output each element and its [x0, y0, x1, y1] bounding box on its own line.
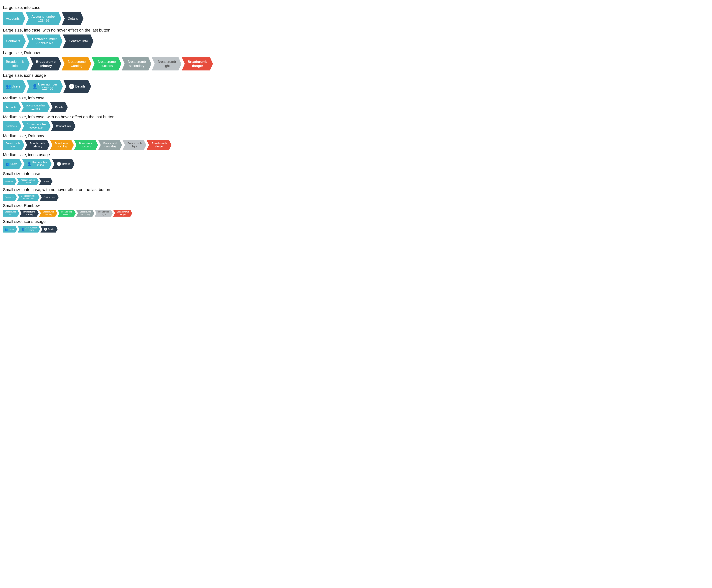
breadcrumb-item-medium-info-nohover-1[interactable]: Contract number99999-2024	[22, 121, 50, 131]
breadcrumb-row-small-icons: 👥Users👤User number123456iDetails	[3, 226, 709, 233]
breadcrumb-item-small-info-nohover-0[interactable]: Contracts	[3, 194, 17, 201]
breadcrumb-item-small-rainbow-3[interactable]: Breadcrumbsuccess	[58, 210, 76, 216]
breadcrumb-item-large-rainbow-1[interactable]: Breadcrumbprimary	[30, 57, 61, 70]
breadcrumb-text-medium-rainbow-3: Breadcrumbsuccess	[79, 142, 93, 148]
breadcrumb-text-medium-info-1: Account number123456	[26, 104, 45, 110]
breadcrumb-text-small-info-nohover-1: Contract number99999-2024	[21, 195, 36, 200]
breadcrumb-item-large-rainbow-6[interactable]: Breadcrumbdanger	[182, 57, 213, 70]
section-label-large-info: Large size, info case	[3, 5, 709, 10]
section-label-small-rainbow: Small size, Rainbow	[3, 203, 709, 208]
info-circle-icon: i	[44, 228, 47, 231]
section-label-large-info-nohover: Large size, info case, with no hover eff…	[3, 28, 709, 33]
breadcrumb-item-medium-rainbow-3[interactable]: Breadcrumbsuccess	[74, 140, 98, 150]
breadcrumb-item-large-info-0[interactable]: Accounts	[3, 12, 25, 25]
breadcrumb-text-small-info-1: Account number123456	[21, 179, 36, 184]
breadcrumb-item-small-info-nohover-1[interactable]: Contract number99999-2024	[17, 194, 40, 201]
breadcrumb-item-large-rainbow-0[interactable]: Breadcrumbinfo	[3, 57, 30, 70]
breadcrumb-item-medium-rainbow-4[interactable]: Breadcrumbsecondary	[98, 140, 122, 150]
breadcrumb-row-medium-info-nohover: ContractsContract number99999-2024Contra…	[3, 121, 709, 131]
breadcrumb-item-large-rainbow-2[interactable]: Breadcrumbwarning	[62, 57, 91, 70]
breadcrumb-text-large-rainbow-2: Breadcrumbwarning	[67, 60, 86, 68]
breadcrumb-text-medium-rainbow-4: Breadcrumbsecondary	[103, 142, 118, 148]
breadcrumb-item-small-rainbow-2[interactable]: Breadcrumbwarning	[39, 210, 57, 216]
breadcrumb-text-large-rainbow-1: Breadcrumbprimary	[36, 60, 56, 68]
breadcrumb-item-small-icons-0[interactable]: 👥Users	[3, 226, 17, 233]
breadcrumb-item-small-info-nohover-2[interactable]: Contract Info	[40, 194, 59, 201]
breadcrumb-item-large-info-nohover-2[interactable]: Contract Info	[63, 35, 93, 48]
breadcrumb-item-small-info-1[interactable]: Account number123456	[17, 178, 39, 185]
breadcrumb-text-medium-icons-2: Details	[62, 163, 70, 165]
breadcrumb-row-large-info-nohover: ContractsContract number99999-2024Contra…	[3, 35, 709, 48]
breadcrumb-item-medium-rainbow-0[interactable]: Breadcrumbinfo	[3, 140, 24, 150]
breadcrumb-item-small-info-2[interactable]: Details	[39, 178, 53, 185]
section-label-large-rainbow: Large size, Rainbow	[3, 50, 709, 55]
breadcrumb-row-small-info: AccountsAccount number123456Details	[3, 178, 709, 185]
breadcrumb-item-medium-info-0[interactable]: Accounts	[3, 102, 21, 112]
users-icon: 👥	[5, 162, 9, 166]
info-circle-icon: i	[69, 84, 75, 89]
breadcrumb-text-small-info-nohover-0: Contracts	[5, 196, 14, 198]
breadcrumb-item-large-rainbow-5[interactable]: Breadcrumblight	[152, 57, 181, 70]
breadcrumb-item-medium-rainbow-6[interactable]: Breadcrumbdanger	[147, 140, 171, 150]
users-icon: 👥	[5, 228, 8, 231]
user-icon: 👤	[32, 84, 37, 89]
breadcrumb-text-large-info-0: Accounts	[6, 17, 20, 21]
breadcrumb-text-large-info-nohover-2: Contract Info	[69, 39, 88, 43]
breadcrumb-item-medium-icons-2[interactable]: iDetails	[52, 159, 75, 169]
breadcrumb-item-large-icons-2[interactable]: iDetails	[63, 80, 91, 93]
breadcrumb-text-small-rainbow-4: Breadcrumbsecondary	[80, 211, 91, 216]
breadcrumb-row-large-info: AccountsAccount number123456Details	[3, 12, 709, 25]
breadcrumb-item-large-info-nohover-1[interactable]: Contract number99999-2024	[26, 35, 62, 48]
breadcrumb-text-large-rainbow-0: Breadcrumbinfo	[6, 60, 24, 68]
breadcrumb-text-medium-info-nohover-0: Contracts	[5, 125, 17, 128]
breadcrumb-item-small-icons-1[interactable]: 👤User number123456	[18, 226, 40, 233]
breadcrumb-item-large-info-nohover-0[interactable]: Contracts	[3, 35, 26, 48]
user-icon: 👤	[21, 228, 24, 231]
breadcrumb-row-medium-icons: 👥Users👤User number123456iDetails	[3, 159, 709, 169]
breadcrumb-text-large-info-nohover-0: Contracts	[6, 39, 20, 43]
breadcrumb-item-medium-rainbow-2[interactable]: Breadcrumbwarning	[50, 140, 74, 150]
breadcrumb-row-medium-info: AccountsAccount number123456Details	[3, 102, 709, 112]
breadcrumb-row-small-rainbow: BreadcrumbinfoBreadcrumbprimaryBreadcrum…	[3, 210, 709, 216]
breadcrumb-item-small-rainbow-0[interactable]: Breadcrumbinfo	[3, 210, 19, 216]
breadcrumb-item-medium-info-1[interactable]: Account number123456	[21, 102, 50, 112]
breadcrumb-text-small-rainbow-3: Breadcrumbsuccess	[61, 211, 72, 216]
breadcrumb-item-medium-rainbow-1[interactable]: Breadcrumbprimary	[25, 140, 49, 150]
breadcrumb-text-medium-info-nohover-2: Contract Info	[56, 125, 71, 128]
breadcrumb-item-medium-rainbow-5[interactable]: Breadcrumblight	[123, 140, 146, 150]
breadcrumb-item-large-info-1[interactable]: Account number123456	[26, 12, 61, 25]
breadcrumb-text-large-info-nohover-1: Contract number99999-2024	[32, 37, 57, 45]
breadcrumb-item-small-rainbow-4[interactable]: Breadcrumbsecondary	[76, 210, 95, 216]
breadcrumb-text-medium-rainbow-6: Breadcrumbdanger	[152, 142, 167, 148]
breadcrumb-item-large-rainbow-4[interactable]: Breadcrumbsecondary	[122, 57, 151, 70]
breadcrumb-text-small-info-nohover-2: Contract Info	[44, 196, 55, 198]
breadcrumb-text-large-info-1: Account number123456	[32, 15, 56, 23]
breadcrumb-item-large-icons-0[interactable]: 👥Users	[3, 80, 26, 93]
breadcrumb-item-small-rainbow-6[interactable]: Breadcrumbdanger	[113, 210, 132, 216]
breadcrumb-text-small-rainbow-2: Breadcrumbwarning	[43, 211, 54, 216]
breadcrumb-item-small-rainbow-1[interactable]: Breadcrumbprimary	[20, 210, 39, 216]
section-label-medium-icons: Medium size, icons usage	[3, 152, 709, 157]
breadcrumb-item-small-rainbow-5[interactable]: Breadcrumblight	[95, 210, 113, 216]
section-label-small-icons: Small size, icons usage	[3, 219, 709, 224]
breadcrumb-text-medium-info-nohover-1: Contract number99999-2024	[27, 123, 46, 129]
breadcrumb-item-small-info-0[interactable]: Accounts	[3, 178, 17, 185]
breadcrumb-text-large-rainbow-3: Breadcrumbsuccess	[98, 60, 116, 68]
user-icon: 👤	[27, 162, 32, 166]
breadcrumb-text-small-rainbow-1: Breadcrumbprimary	[23, 211, 36, 216]
breadcrumb-text-large-icons-1: User number123456	[38, 82, 57, 91]
section-label-medium-info: Medium size, info case	[3, 96, 709, 101]
breadcrumb-text-large-rainbow-6: Breadcrumbdanger	[188, 60, 207, 68]
breadcrumb-text-medium-icons-1: User number123456	[32, 161, 47, 167]
breadcrumb-item-medium-icons-1[interactable]: 👤User number123456	[22, 159, 52, 169]
breadcrumb-item-medium-icons-0[interactable]: 👥Users	[3, 159, 22, 169]
breadcrumb-item-large-rainbow-3[interactable]: Breadcrumbsuccess	[91, 57, 121, 70]
breadcrumb-text-small-icons-0: Users	[8, 228, 14, 230]
breadcrumb-row-large-rainbow: BreadcrumbinfoBreadcrumbprimaryBreadcrum…	[3, 57, 709, 70]
breadcrumb-item-large-info-2[interactable]: Details	[62, 12, 83, 25]
breadcrumb-item-medium-info-2[interactable]: Details	[50, 102, 68, 112]
breadcrumb-item-medium-info-nohover-2[interactable]: Contract Info	[51, 121, 76, 131]
breadcrumb-item-large-icons-1[interactable]: 👤User number123456	[26, 80, 63, 93]
breadcrumb-item-medium-info-nohover-0[interactable]: Contracts	[3, 121, 21, 131]
breadcrumb-item-small-icons-2[interactable]: iDetails	[40, 226, 58, 233]
